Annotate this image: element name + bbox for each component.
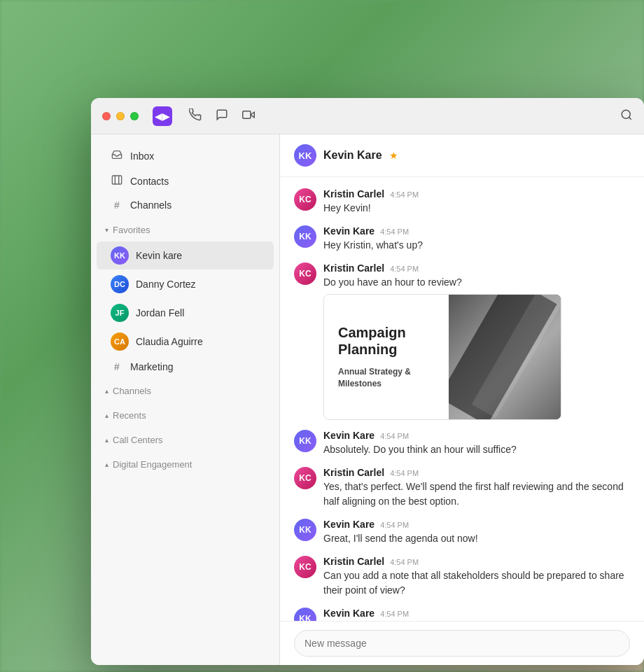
message-content-3: Kristin Carlel 4:54 PM Do you have an ho… (323, 262, 630, 420)
sidebar-item-jordan-fell[interactable]: JF Jordan Fell (97, 299, 274, 327)
messages-area: KC Kristin Carlel 4:54 PM Hey Kevin! KK (280, 177, 644, 621)
avatar-kristin-1: KC (294, 188, 316, 211)
recents-label: Recents (113, 410, 146, 421)
msg-sender-3: Kristin Carlel (323, 262, 384, 274)
sidebar-item-contacts[interactable]: Contacts (97, 169, 274, 193)
msg-sender-8: Kevin Kare (323, 608, 374, 619)
chat-header: KK Kevin Kare ★ (280, 134, 644, 177)
favorites-section-header[interactable]: ▾ Favorites (91, 219, 279, 241)
call-centers-chevron: ▴ (105, 436, 108, 444)
inbox-icon (111, 149, 123, 162)
app-logo: ◀▶ (153, 106, 172, 126)
marketing-label: Marketing (130, 361, 173, 372)
avatar-kristin-3: KC (294, 262, 316, 285)
recents-section-header[interactable]: ▴ Recents (91, 405, 279, 426)
sidebar-item-inbox[interactable]: Inbox (97, 144, 274, 168)
svg-point-2 (622, 110, 630, 118)
sidebar-item-channels[interactable]: # Channels (97, 194, 274, 216)
message-input[interactable] (294, 630, 630, 657)
chat-contact-avatar: KK (294, 144, 316, 167)
favorites-chevron: ▾ (105, 226, 108, 234)
chat-icon[interactable] (216, 108, 228, 124)
msg-sender-7: Kristin Carlel (323, 556, 384, 567)
close-button[interactable] (102, 112, 111, 120)
channels-section-label: Channels (113, 386, 151, 396)
message-2: KK Kevin Kare 4:54 PM Hey Kristin, what'… (294, 225, 630, 253)
traffic-lights (102, 112, 139, 120)
message-content-6: Kevin Kare 4:54 PM Great, I'll send the … (323, 519, 630, 546)
msg-time-1: 4:54 PM (390, 190, 419, 199)
msg-text-6: Great, I'll send the agenda out now! (323, 531, 630, 546)
star-icon[interactable]: ★ (389, 150, 398, 161)
msg-text-7: Can you add a note that all stakeholders… (323, 568, 630, 598)
mac-window: ◀▶ (91, 98, 644, 665)
campaign-card-image (449, 295, 561, 419)
sidebar-item-danny-cortez[interactable]: DC Danny Cortez (97, 270, 274, 298)
avatar-kevin-6: KK (294, 519, 316, 541)
main-content: Inbox Contacts # Channels ▾ (91, 134, 644, 665)
favorites-label: Favorites (113, 225, 150, 235)
svg-marker-0 (251, 112, 254, 118)
sidebar-item-claudia-aguirre[interactable]: CA Claudia Aguirre (97, 328, 274, 356)
call-centers-section-header[interactable]: ▴ Call Centers (91, 429, 279, 451)
msg-text-5: Yes, that's perfect. We'll spend the fir… (323, 479, 630, 509)
msg-sender-4: Kevin Kare (323, 430, 374, 441)
msg-time-2: 4:54 PM (380, 227, 409, 236)
svg-rect-1 (243, 111, 251, 118)
contacts-icon (111, 174, 123, 188)
sidebar-item-marketing[interactable]: # Marketing (97, 356, 274, 377)
sidebar-nav: Inbox Contacts # Channels ▾ (91, 134, 279, 484)
msg-time-6: 4:54 PM (380, 521, 409, 529)
avatar-kristin-7: KC (294, 556, 316, 578)
danny-cortez-label: Danny Cortez (136, 279, 196, 290)
message-content-7: Kristin Carlel 4:54 PM Can you add a not… (323, 556, 630, 598)
phone-icon[interactable] (189, 108, 202, 124)
kevin-kare-label: Kevin kare (136, 250, 182, 261)
jordan-fell-label: Jordan Fell (136, 307, 184, 318)
chat-panel: KK Kevin Kare ★ KC Kristin Carlel 4:54 P… (280, 134, 644, 665)
title-bar-actions (189, 108, 255, 124)
message-4: KK Kevin Kare 4:54 PM Absolutely. Do you… (294, 430, 630, 457)
channels-chevron: ▴ (105, 387, 108, 395)
channels-label: Channels (130, 200, 172, 211)
avatar-danny-cortez: DC (111, 275, 129, 293)
campaign-card[interactable]: Campaign Planning Annual Strategy & Mile… (323, 294, 561, 420)
message-8: KK Kevin Kare 4:54 PM 100%, will add to … (294, 608, 630, 621)
msg-time-5: 4:54 PM (390, 469, 419, 477)
fullscreen-button[interactable] (130, 112, 139, 120)
avatar-kevin-8: KK (294, 608, 316, 621)
claudia-aguirre-label: Claudia Aguirre (136, 336, 203, 347)
message-3: KC Kristin Carlel 4:54 PM Do you have an… (294, 262, 630, 420)
campaign-title: Campaign Planning (338, 324, 435, 358)
msg-text-2: Hey Kristin, what's up? (323, 238, 630, 253)
search-button[interactable] (620, 108, 633, 124)
avatar-kristin-5: KC (294, 467, 316, 489)
campaign-card-text: Campaign Planning Annual Strategy & Mile… (324, 295, 449, 419)
svg-rect-4 (112, 176, 121, 184)
avatar-jordan-fell: JF (111, 304, 129, 322)
message-input-area (280, 621, 644, 665)
message-6: KK Kevin Kare 4:54 PM Great, I'll send t… (294, 519, 630, 546)
video-icon[interactable] (242, 108, 255, 124)
sidebar: Inbox Contacts # Channels ▾ (91, 134, 280, 665)
message-content-4: Kevin Kare 4:54 PM Absolutely. Do you th… (323, 430, 630, 457)
svg-line-3 (629, 117, 631, 119)
msg-text-1: Hey Kevin! (323, 201, 630, 216)
avatar-kevin-4: KK (294, 430, 316, 452)
msg-time-7: 4:54 PM (390, 558, 419, 566)
msg-text-4: Absolutely. Do you think an hour will su… (323, 442, 630, 457)
digital-engagement-label: Digital Engagement (113, 459, 192, 470)
message-content-5: Kristin Carlel 4:54 PM Yes, that's perfe… (323, 467, 630, 509)
minimize-button[interactable] (116, 112, 125, 120)
message-1: KC Kristin Carlel 4:54 PM Hey Kevin! (294, 188, 630, 216)
channels-section-header[interactable]: ▴ Channels (91, 380, 279, 402)
call-centers-label: Call Centers (113, 435, 163, 445)
campaign-subtitle: Annual Strategy & Milestones (338, 366, 435, 390)
avatar-claudia-aguirre: CA (111, 332, 129, 351)
msg-sender-6: Kevin Kare (323, 519, 374, 530)
digital-engagement-section-header[interactable]: ▴ Digital Engagement (91, 454, 279, 475)
marketing-hash-icon: # (111, 361, 123, 372)
avatar-kevin-kare: KK (111, 246, 129, 265)
title-bar: ◀▶ (91, 98, 644, 134)
sidebar-item-kevin-kare[interactable]: KK Kevin kare (97, 241, 274, 270)
